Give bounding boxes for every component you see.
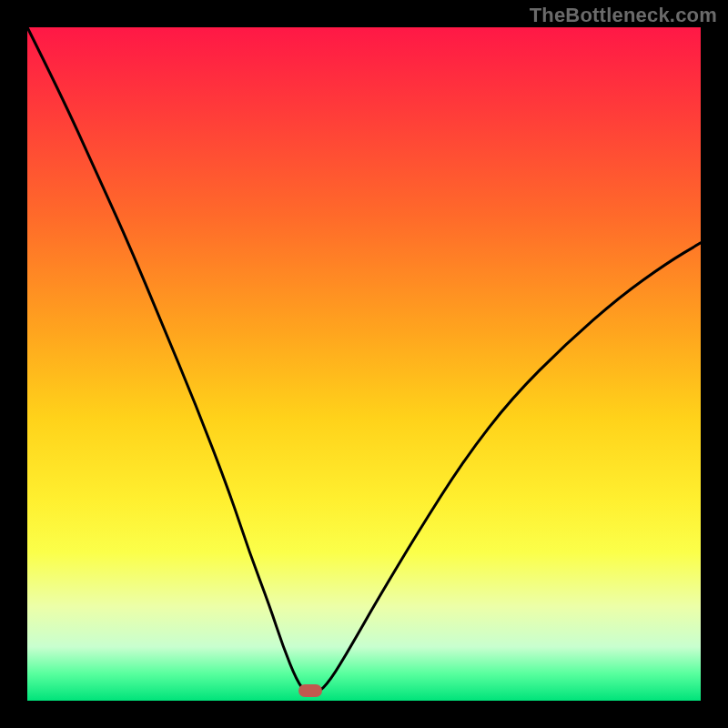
- chart-frame: TheBottleneck.com: [0, 0, 728, 728]
- watermark-text: TheBottleneck.com: [530, 4, 717, 27]
- bottleneck-curve: [27, 27, 701, 694]
- plot-area: [27, 27, 701, 701]
- minimum-marker: [298, 684, 322, 697]
- curve-svg: [27, 27, 701, 701]
